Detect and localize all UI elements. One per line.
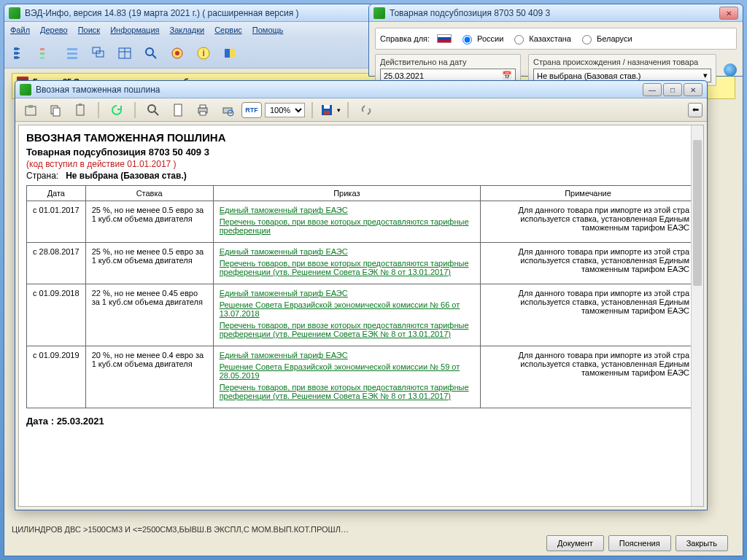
cell-order: Единый таможенный тариф ЕАЭСРешение Сове… xyxy=(213,346,480,408)
radio-belarus[interactable]: Беларуси xyxy=(578,33,632,44)
tree-icon[interactable] xyxy=(9,42,31,64)
zoom-combo[interactable]: 100% xyxy=(265,103,305,117)
export-icon[interactable] xyxy=(20,99,42,121)
menu-bookmarks[interactable]: Закладки xyxy=(170,26,205,34)
target-icon[interactable] xyxy=(166,42,188,64)
svg-line-23 xyxy=(155,112,158,115)
cell-rate: 22 %, но не менее 0.45 евро за 1 куб.см … xyxy=(85,284,213,346)
menu-file[interactable]: Файл xyxy=(10,26,30,34)
close-app-button[interactable]: Закрыть xyxy=(676,535,728,551)
print-preview-icon[interactable] xyxy=(217,99,239,121)
outline-icon[interactable] xyxy=(35,42,57,64)
svg-point-11 xyxy=(146,48,153,55)
country-label: Страна: xyxy=(26,171,58,181)
radio-kz-label: Казахстана xyxy=(529,34,571,43)
radio-russia-input[interactable] xyxy=(462,35,472,44)
radio-russia[interactable]: России xyxy=(459,33,503,44)
tariff-content: ВВОЗНАЯ ТАМОЖЕННАЯ ПОШЛИНА Товарная подс… xyxy=(18,125,704,507)
svg-rect-4 xyxy=(67,52,77,55)
svg-rect-0 xyxy=(40,48,44,50)
tariff-toolbar: RTF 100% ▾ ⬅ xyxy=(15,98,707,122)
svg-rect-31 xyxy=(324,105,330,109)
copy-icon[interactable] xyxy=(44,99,66,121)
svg-text:i: i xyxy=(203,48,205,58)
rtf-icon[interactable]: RTF xyxy=(241,102,262,118)
cell-date: с 28.08.2017 xyxy=(27,243,86,284)
vertical-scrollbar[interactable] xyxy=(691,125,703,506)
order-link[interactable]: Решение Совета Евразийской экономической… xyxy=(220,362,474,380)
order-link[interactable]: Перечень товаров, при ввозе которых пред… xyxy=(220,383,474,400)
menu-search[interactable]: Поиск xyxy=(78,26,100,34)
col-date: Дата xyxy=(27,186,86,201)
calendar-icon[interactable]: 📅 xyxy=(502,71,512,80)
col-rate: Ставка xyxy=(85,186,213,201)
menu-info[interactable]: Информация xyxy=(110,26,159,34)
cell-rate: 25 %, но не менее 0.5 евро за 1 куб.см о… xyxy=(85,243,213,284)
order-link[interactable]: Единый таможенный тариф ЕАЭС xyxy=(220,289,474,298)
menu-tree[interactable]: Дерево xyxy=(40,26,68,34)
svg-rect-19 xyxy=(53,108,60,116)
table-row: с 01.09.201920 %, но не менее 0.4 евро з… xyxy=(27,346,696,408)
radio-by-label: Беларуси xyxy=(597,34,632,43)
order-link[interactable]: Единый таможенный тариф ЕАЭС xyxy=(220,351,474,359)
radio-kz-input[interactable] xyxy=(514,35,524,44)
ref-close-button[interactable]: ✕ xyxy=(719,7,738,20)
save-icon[interactable] xyxy=(320,103,334,117)
dropdown-arrow-icon[interactable]: ▾ xyxy=(337,106,341,114)
cell-date: с 01.09.2019 xyxy=(27,346,86,408)
scrollbar-thumb[interactable] xyxy=(693,140,702,286)
tariff-heading: ВВОЗНАЯ ТАМОЖЕННАЯ ПОШЛИНА xyxy=(26,131,696,144)
tariff-maximize-button[interactable]: □ xyxy=(663,83,682,96)
order-link[interactable]: Перечень товаров, при ввозе которых пред… xyxy=(220,217,474,235)
order-link[interactable]: Перечень товаров, при ввозе которых пред… xyxy=(220,259,474,276)
svg-rect-26 xyxy=(200,105,206,108)
table-icon[interactable] xyxy=(114,42,136,64)
cascade-icon[interactable] xyxy=(88,42,109,64)
tariff-subheading: Товарная подсубпозиция 8703 50 409 3 xyxy=(26,147,696,158)
table-row: с 01.01.201725 %, но не менее 0.5 евро з… xyxy=(27,201,696,243)
order-link[interactable]: Единый таможенный тариф ЕАЭС xyxy=(220,206,474,214)
paste-icon[interactable] xyxy=(69,99,91,121)
radio-russia-label: России xyxy=(477,34,503,43)
svg-line-12 xyxy=(152,55,156,58)
reference-panel: Товарная подсубпозиция 8703 50 409 3 ✕ С… xyxy=(368,4,743,77)
menu-help[interactable]: Помощь xyxy=(252,26,284,34)
order-link[interactable]: Перечень товаров, при ввозе которых пред… xyxy=(220,321,474,338)
book-icon[interactable] xyxy=(219,42,241,64)
svg-rect-32 xyxy=(324,111,330,114)
radio-kazakhstan[interactable]: Казахстана xyxy=(511,33,571,44)
list-icon[interactable] xyxy=(61,42,83,64)
cell-order: Единый таможенный тариф ЕАЭСПеречень тов… xyxy=(213,243,480,284)
order-link[interactable]: Единый таможенный тариф ЕАЭС xyxy=(220,247,474,256)
svg-point-14 xyxy=(175,51,179,55)
document-button[interactable]: Документ xyxy=(546,535,604,551)
radio-by-input[interactable] xyxy=(582,35,592,44)
globe-icon[interactable] xyxy=(724,63,737,77)
col-note: Примечание xyxy=(481,186,696,201)
tariff-close-button[interactable]: ✕ xyxy=(684,83,703,96)
cell-date: с 01.01.2017 xyxy=(27,201,86,243)
cell-rate: 25 %, но не менее 0.5 евро за 1 куб.см о… xyxy=(85,201,213,243)
origin-value: Не выбрана (Базовая став.) xyxy=(537,71,641,80)
order-link[interactable]: Решение Совета Евразийской экономической… xyxy=(220,300,474,318)
info-icon[interactable]: i xyxy=(193,42,214,64)
print-icon[interactable] xyxy=(192,99,214,121)
tariff-minimize-button[interactable]: — xyxy=(643,83,662,96)
ref-for-label: Справка для: xyxy=(380,34,430,43)
search-icon[interactable] xyxy=(142,99,164,121)
code-active-note: (код вступил в действие 01.01.2017 ) xyxy=(26,159,696,169)
cell-date: с 01.09.2018 xyxy=(27,284,86,346)
tariff-titlebar: Ввозная таможенная пошлина — □ ✕ xyxy=(15,81,707,98)
refresh-icon[interactable] xyxy=(106,99,128,121)
explanations-button[interactable]: Пояснения xyxy=(608,535,671,551)
magnifier-icon[interactable] xyxy=(140,42,162,64)
flag-ru-icon xyxy=(437,34,452,43)
cell-note: Для данного товара при импорте из этой с… xyxy=(481,284,696,346)
menu-service[interactable]: Сервис xyxy=(214,26,242,34)
svg-point-22 xyxy=(148,105,155,112)
back-arrow-button[interactable]: ⬅ xyxy=(688,103,703,117)
footer-date: Дата : 25.03.2021 xyxy=(26,416,696,427)
link-icon[interactable] xyxy=(355,99,377,121)
svg-rect-5 xyxy=(67,57,77,59)
page-icon[interactable] xyxy=(167,99,189,121)
